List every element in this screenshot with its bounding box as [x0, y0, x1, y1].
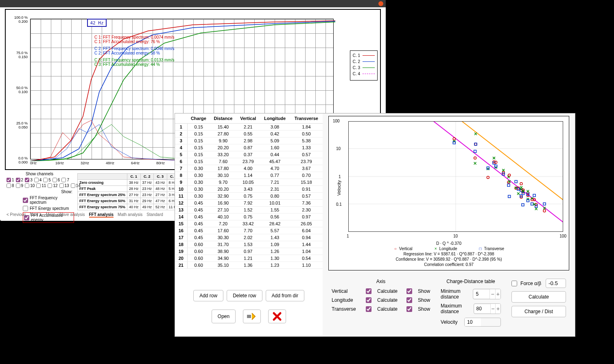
- longitude-calc-checkbox[interactable]: [366, 297, 371, 303]
- titlebar: [0, 0, 386, 7]
- nav-Mathanalysis[interactable]: Math analysis: [118, 212, 142, 218]
- max-inc[interactable]: +: [495, 304, 500, 314]
- charge-dist-button[interactable]: Charge / Dist: [511, 306, 566, 317]
- transverse-calc-checkbox[interactable]: [366, 306, 371, 312]
- delete-row-button[interactable]: Delete row: [227, 290, 262, 301]
- table-row[interactable]: 80.3030.101.140.770.70: [175, 172, 323, 179]
- chart-panel: Velocity 100 10 1 0.1 1 10 10: [323, 113, 575, 336]
- channel-2-checkbox[interactable]: [16, 178, 20, 182]
- nav-FFTanalysis[interactable]: FFT analysis: [89, 212, 114, 218]
- calculate-button[interactable]: Calculate: [511, 291, 566, 303]
- axis-rows: Vertical Calculate ShowLongitude Calcula…: [332, 288, 430, 312]
- nav-Standard[interactable]: Standard: [146, 212, 163, 218]
- correlation-text: Correlation coefficient: 0.97: [329, 262, 569, 267]
- channel-10-checkbox[interactable]: [25, 183, 29, 188]
- show-opt-1[interactable]: [23, 206, 28, 211]
- table-row[interactable]: 60.157.6023.7945.4723.79: [175, 158, 323, 165]
- force-value-input[interactable]: [546, 279, 566, 288]
- channel-5-checkbox[interactable]: [43, 178, 48, 182]
- table-row[interactable]: 10.1515.402.213.081.84: [175, 124, 323, 131]
- show-opt-0[interactable]: [23, 198, 28, 203]
- nav-Previous[interactable]: < Previous: [7, 212, 26, 218]
- vertical-show-checkbox[interactable]: [406, 288, 412, 294]
- channel-14-checkbox[interactable]: [71, 183, 75, 188]
- min-distance-input[interactable]: [473, 290, 489, 298]
- chart2-xlabel: D · Q ^ -0.370: [329, 241, 569, 246]
- regression-window: ChargeDistanceVerticalLongitudeTransvers…: [175, 113, 575, 337]
- channel-11-checkbox[interactable]: [36, 183, 41, 188]
- y-axis-labels: 100.0 %0.20075.0 %0.15050.0 %0.10025.0 %…: [11, 19, 29, 159]
- channel-4-checkbox[interactable]: [34, 178, 39, 182]
- force-panel: Force α/β Calculate Charge / Dist: [508, 275, 569, 334]
- channel-8-checkbox[interactable]: [7, 183, 11, 188]
- force-checkbox[interactable]: [511, 281, 517, 286]
- chart2-series-legend: ○Vertical×Longitude□Transverse: [329, 246, 569, 251]
- table-row[interactable]: 130.4527.101.521.552.30: [175, 207, 323, 214]
- axis-panel: Axis Vertical Calculate ShowLongitude Ca…: [328, 275, 433, 334]
- transverse-show-checkbox[interactable]: [406, 306, 412, 312]
- table-row[interactable]: 120.4516.907.9210.017.36: [175, 200, 323, 207]
- add-row-button[interactable]: Add row: [193, 290, 223, 301]
- channel-checkboxes: 1 2 3 4 5 6 7 8 9 10 11 12 13 14: [5, 178, 74, 188]
- table-row[interactable]: 200.6034.901.211.300.54: [175, 255, 323, 262]
- show-options: Show: FFT Frequency spectrum FFT Energy …: [7, 190, 74, 224]
- table-row[interactable]: 30.159.902.985.095.38: [175, 137, 323, 144]
- nav-tabs: < PreviousNext >MainWave analysisFFT ana…: [7, 212, 163, 218]
- close-icon[interactable]: [378, 1, 383, 6]
- data-panel: ChargeDistanceVerticalLongitudeTransvers…: [175, 113, 323, 336]
- max-distance-input[interactable]: [474, 305, 490, 313]
- delete-icon[interactable]: [268, 310, 286, 323]
- open-button[interactable]: Open: [212, 310, 236, 323]
- svg-rect-0: [247, 315, 251, 318]
- table-row[interactable]: 50.1533.200.370.440.57: [175, 151, 323, 158]
- chart-annotations: C 1: FFT Frequency spectrum: 0.0074 mm/s…: [94, 35, 175, 67]
- vertical-calc-checkbox[interactable]: [366, 288, 371, 294]
- process-icon[interactable]: [243, 310, 261, 323]
- velocity-input[interactable]: [465, 318, 481, 326]
- max-dec[interactable]: −: [490, 304, 496, 314]
- chart2-legend: D · Q ^ -0.370 ○Vertical×Longitude□Trans…: [329, 241, 569, 268]
- channel-1-checkbox[interactable]: [7, 178, 11, 182]
- show-channels-title: Show channels: [5, 172, 74, 176]
- bottom-panels: Axis Vertical Calculate ShowLongitude Ca…: [328, 275, 569, 334]
- table-row[interactable]: 90.309.7010.057.2115.18: [175, 179, 323, 186]
- nav-Main[interactable]: Main: [46, 212, 55, 218]
- chart-legend: C. 1C. 2C. 3C. 4: [350, 50, 378, 81]
- table-row[interactable]: 110.3032.900.750.800.57: [175, 193, 323, 200]
- chart2-ylabel: Velocity: [336, 180, 341, 196]
- table-row[interactable]: 70.3017.804.004.703.67: [175, 165, 323, 172]
- longitude-show-checkbox[interactable]: [406, 297, 412, 303]
- min-inc[interactable]: +: [495, 289, 500, 299]
- channel-13-checkbox[interactable]: [59, 183, 64, 188]
- table-row[interactable]: 170.4530.302.021.430.94: [175, 234, 323, 241]
- table-row[interactable]: 150.457.2033.4228.4226.05: [175, 220, 323, 227]
- channel-7-checkbox[interactable]: [61, 178, 66, 182]
- table-row[interactable]: 210.6035.101.361.231.10: [175, 262, 323, 269]
- data-table[interactable]: ChargeDistanceVerticalLongitudeTransvers…: [175, 113, 323, 269]
- channel-12-checkbox[interactable]: [48, 183, 52, 188]
- nav-Waveanalysis[interactable]: Wave analysis: [59, 212, 85, 218]
- table-row[interactable]: 20.1527.800.550.420.50: [175, 131, 323, 137]
- table-row[interactable]: 140.4540.100.750.560.97: [175, 214, 323, 220]
- confidence-text: Confidence line: V = 30589.92 · Q^0.887 …: [329, 257, 569, 262]
- regression-chart[interactable]: Velocity 100 10 1 0.1 1 10 10: [328, 116, 569, 270]
- table-row[interactable]: 190.6038.900.971.261.04: [175, 248, 323, 255]
- stats-table: C. 1C. 2C. 3C. 4Zero crossing38 Hz37 Hz4…: [77, 173, 180, 210]
- min-dec[interactable]: −: [489, 289, 495, 299]
- table-row[interactable]: 160.4517.607.705.576.04: [175, 227, 323, 234]
- regression-text: Regression line: V = 9387.61 · Q^0.887 ·…: [329, 252, 569, 256]
- table-row[interactable]: 40.1520.200.871.601.33: [175, 144, 323, 151]
- channel-9-checkbox[interactable]: [16, 183, 20, 188]
- table-row[interactable]: 100.3020.203.432.310.91: [175, 186, 323, 193]
- add-from-dir-button[interactable]: Add from dir: [266, 290, 304, 301]
- charge-distance-panel: Charge-Distance table Minimum distance−+…: [437, 275, 504, 334]
- channel-6-checkbox[interactable]: [52, 178, 57, 182]
- channel-3-checkbox[interactable]: [25, 178, 29, 182]
- table-row[interactable]: 180.6031.701.531.091.44: [175, 241, 323, 248]
- nav-Next[interactable]: Next >: [30, 212, 42, 218]
